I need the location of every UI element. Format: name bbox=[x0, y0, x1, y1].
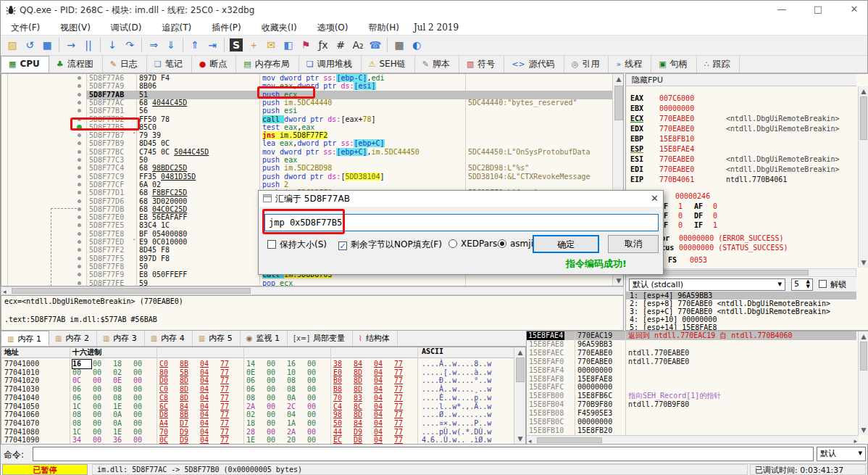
row-bullet[interactable] bbox=[78, 109, 81, 112]
comments-icon[interactable]: ✉ bbox=[262, 37, 280, 53]
row-bullet[interactable] bbox=[78, 141, 81, 145]
stack-row[interactable]: 15E8FAF0770EABE0ntdll.770EABE0 bbox=[527, 358, 856, 366]
close-button[interactable]: ✕ bbox=[840, 4, 868, 17]
dump-row[interactable]: 7704104006000800C88D047708000A0070830477… bbox=[1, 394, 512, 402]
disasm-row[interactable]: 5D8F77B7ˇ79 39jns im.5D8F77F2 bbox=[1, 131, 612, 140]
menu-item-i[interactable]: 收藏夹(I) bbox=[251, 20, 307, 36]
disasm-row[interactable]: 5D8F77A6897D F4mov dword ptr ss:[ebp-C],… bbox=[1, 74, 612, 83]
run-to-user-icon[interactable]: ⇒ bbox=[145, 37, 162, 53]
dump-row[interactable]: 770410501C001E006C8404772A002C00C48C0477… bbox=[1, 402, 512, 411]
tab-symbols[interactable]: ▥符号 bbox=[459, 56, 504, 73]
stack-panel[interactable]: 15E8FAE4770EAC19返回到 ntdll.770EAC19 自 ntd… bbox=[526, 331, 868, 445]
xedparse-option[interactable]: XEDParse bbox=[448, 239, 503, 249]
tab-handles[interactable]: ▣句柄 bbox=[651, 56, 696, 73]
tab-log[interactable]: ✎日志 bbox=[103, 56, 147, 73]
dump-row[interactable]: 7704107008000A00A4D7047718001A0050840477… bbox=[1, 419, 512, 428]
stack-row[interactable]: 15E8FAEC770EABE0ntdll.770EABE0 bbox=[527, 349, 856, 358]
tab-memmap[interactable]: ▤内存布局 bbox=[236, 56, 299, 73]
disasm-row[interactable]: 5D8F77AC68 4044C45Dpush im.5DC444405DC44… bbox=[1, 99, 612, 107]
argument-row[interactable]: 4: [esp+10] 00000000 bbox=[626, 315, 856, 323]
disasm-row[interactable]: 5D8F77B156push esi bbox=[1, 107, 612, 115]
tab-locals[interactable]: [x=]局部变量 bbox=[288, 331, 353, 346]
stack-row[interactable]: 15E8FAFC00000000 bbox=[527, 383, 856, 392]
run-to-user-code-icon[interactable]: ⇥ bbox=[204, 37, 221, 53]
tab-dump1[interactable]: ▥内存 1 bbox=[1, 331, 49, 346]
row-bullet[interactable] bbox=[78, 240, 81, 244]
hash-icon[interactable]: # bbox=[332, 37, 349, 53]
dialog-close-icon[interactable]: ✕ bbox=[651, 193, 659, 204]
row-bullet[interactable] bbox=[78, 248, 81, 252]
disasm-row[interactable]: 5D8F77C350push eax bbox=[1, 156, 612, 165]
scylla-icon[interactable]: S bbox=[230, 38, 243, 51]
row-bullet[interactable] bbox=[78, 84, 81, 88]
row-bullet[interactable] bbox=[78, 166, 81, 170]
row-bullet[interactable] bbox=[78, 158, 81, 162]
disasm-row[interactable]: 5D8F77BCC745 0C 5044C45Dmov dword ptr ss… bbox=[1, 148, 612, 157]
arg-count-spinner[interactable]: 5▲▼ bbox=[791, 278, 813, 291]
disasm-row[interactable]: 5D8F77C9FF35 0481D35Dpush dword ptr ds:[… bbox=[1, 173, 612, 181]
strings-icon[interactable]: A₂ bbox=[349, 37, 367, 53]
row-bullet[interactable] bbox=[78, 257, 81, 260]
labels-icon[interactable]: ◧ bbox=[280, 37, 297, 53]
patches-icon[interactable]: ＋ bbox=[245, 37, 262, 53]
tab-references[interactable]: ◎引用 bbox=[564, 56, 609, 73]
menu-item-p[interactable]: 插件(P) bbox=[201, 20, 251, 36]
row-bullet[interactable] bbox=[78, 223, 81, 227]
tab-notes[interactable]: ❏笔记 bbox=[147, 56, 192, 73]
run-until-return-icon[interactable]: ⇑ bbox=[186, 37, 204, 53]
command-input[interactable] bbox=[33, 447, 814, 461]
menu-item-d[interactable]: 调试(D) bbox=[101, 20, 152, 36]
row-bullet[interactable] bbox=[78, 76, 81, 80]
command-syntax-select[interactable]: 默认▾ bbox=[817, 447, 866, 461]
tab-watch1[interactable]: ◉监视 1 bbox=[241, 331, 288, 346]
row-bullet[interactable] bbox=[78, 101, 81, 104]
disasm-row[interactable]: 5D8F77CF6A 02push 2 bbox=[1, 181, 612, 189]
xedparse-radio[interactable] bbox=[448, 239, 457, 248]
calculator-icon[interactable]: ▦ bbox=[391, 37, 408, 53]
restart-icon[interactable]: ↺ bbox=[21, 37, 38, 53]
step-into-icon[interactable]: ↓ bbox=[104, 37, 121, 53]
globe-icon[interactable]: ◐ bbox=[408, 37, 425, 53]
pause-icon[interactable]: || bbox=[80, 37, 97, 53]
calling-convention-select[interactable]: 默认 (stdcall)▾ bbox=[629, 278, 785, 291]
bookmarks-icon[interactable]: ⚑ bbox=[297, 37, 314, 53]
stack-row[interactable]: 15E8FAF815E8FAE8 bbox=[527, 375, 856, 384]
tab-seh[interactable]: ⚠SEH链 bbox=[362, 56, 415, 73]
open-file-icon[interactable]: ▨ bbox=[4, 37, 21, 53]
dump-row[interactable]: 7704101000000200805B04770E001000E08D0477… bbox=[1, 368, 512, 377]
row-bullet[interactable] bbox=[78, 93, 81, 96]
cancel-button[interactable]: 取消 bbox=[608, 235, 659, 253]
hide-fpu-button[interactable]: 隐藏FPU bbox=[626, 74, 856, 86]
register-vscrollbar[interactable]: ▲ ▼ bbox=[858, 86, 868, 268]
stack-vscrollbar[interactable]: ▲ ▼ bbox=[858, 331, 868, 435]
tab-trace[interactable]: ∴跟踪 bbox=[697, 56, 740, 73]
tab-dump5[interactable]: ▥内存 5 bbox=[193, 331, 241, 346]
tab-source[interactable]: <>源代码 bbox=[504, 56, 564, 73]
argument-row[interactable]: 1: [esp+4] 96A59BB3 bbox=[626, 292, 856, 300]
dialog-title-bar[interactable]: 汇编于 5D8F77AB ✕ bbox=[259, 191, 663, 207]
memory-dump-panel[interactable]: 地址 十六进制 ASCII 7704100016001800C08B047714… bbox=[1, 347, 526, 445]
row-bullet[interactable] bbox=[78, 199, 81, 203]
stack-row[interactable]: 15E8FB0C00000000 bbox=[527, 418, 856, 426]
dump-row[interactable]: 770410801C001E0070D9047728002A0044D90477… bbox=[1, 428, 512, 437]
dump-row[interactable]: 7704106008000A00D88B047702000400988D0477… bbox=[1, 410, 512, 419]
dump-row[interactable]: 7704103006000800C08D047706000800B88D0477… bbox=[1, 385, 512, 394]
dump-vscrollbar[interactable]: ▲ ▼ bbox=[514, 347, 525, 444]
stack-row[interactable]: 15E8FB04770B9F80ntdll.770B9F80 bbox=[527, 400, 856, 409]
dump-row[interactable]: 770410200C000E00D08D047706000800B08D0477… bbox=[1, 376, 512, 385]
step-out-icon[interactable]: ⇓ bbox=[162, 37, 180, 53]
disasm-row[interactable]: 5D8F77FE59pop ecx bbox=[1, 279, 612, 287]
disasm-hscrollbar[interactable]: ◂ bbox=[1, 286, 624, 295]
functions-icon[interactable]: ƒx bbox=[314, 37, 332, 53]
step-over-icon[interactable]: ↷ bbox=[121, 37, 138, 53]
stack-row[interactable]: 15E8FB08F45905E3 bbox=[527, 409, 856, 418]
row-bullet[interactable] bbox=[78, 175, 81, 178]
argument-row[interactable]: 2: [esp+8] 770EABE0 <ntdll.DbgUiRemoteBr… bbox=[626, 300, 856, 307]
menu-item-t[interactable]: 追踪(T) bbox=[151, 20, 201, 36]
disasm-row[interactable]: 5D8F77C468 98BDC25Dpush im.5DC2BD985DC2B… bbox=[1, 164, 612, 173]
modules-icon[interactable]: ☎ bbox=[367, 37, 384, 53]
dump-row[interactable]: 7704100016001800C08B04771400160038840477… bbox=[1, 360, 512, 368]
ok-button[interactable]: 确定 bbox=[533, 235, 599, 253]
keep-size-checkbox[interactable] bbox=[267, 240, 276, 249]
menu-item-o[interactable]: 选项(O) bbox=[307, 20, 359, 36]
